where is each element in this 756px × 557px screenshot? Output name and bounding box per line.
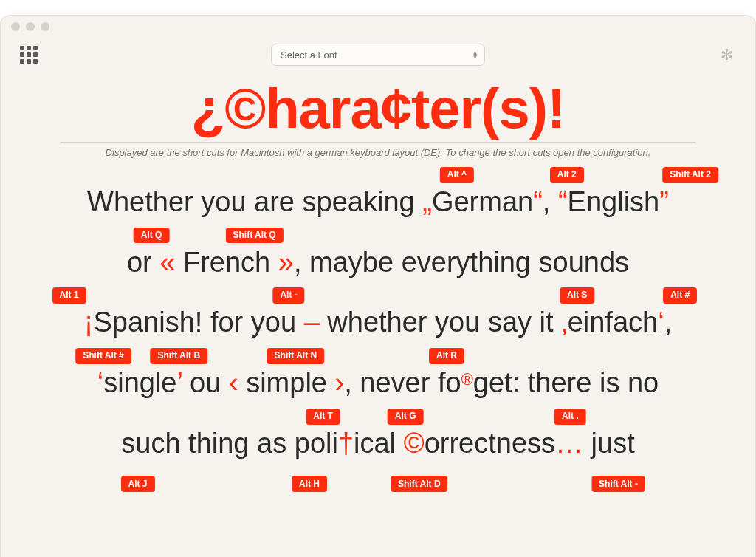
shortcut-badge: Alt G (388, 409, 424, 425)
subtitle: Displayed are the short cuts for Macinto… (1, 147, 755, 158)
content-body: Alt ^ Alt 2 Shift Alt 2 Whether you are … (1, 186, 755, 493)
bottom-badge-row: Alt J Alt H Shift Alt D Shift Alt - (35, 476, 721, 493)
text-line-4: Shift Alt # Shift Alt B Shift Alt N Alt … (35, 367, 721, 400)
shortcut-badge: Shift Alt B (151, 348, 208, 364)
shortcut-badge: Alt # (663, 287, 697, 304)
page-title: ¿©hara¢ter(s)! (1, 76, 755, 140)
font-select-dropdown[interactable]: Select a Font ▴▾ (271, 44, 485, 66)
text-line-2: Alt Q Shift Alt Q or « French », maybe e… (35, 247, 721, 279)
shortcut-badge: Alt ^ (440, 167, 474, 183)
configuration-link[interactable]: configuration (593, 147, 647, 158)
shortcut-badge: Alt 2 (550, 167, 584, 183)
shortcut-badge: Alt Q (134, 228, 170, 244)
shortcut-badge: Shift Alt D (391, 476, 448, 492)
text-line-1: Alt ^ Alt 2 Shift Alt 2 Whether you are … (35, 186, 721, 219)
shortcut-badge: Alt R (429, 348, 464, 364)
toolbar: Select a Font ▴▾ ✻ (1, 38, 755, 72)
text-line-5: Alt T Alt G Alt . such thing as poli†ica… (35, 428, 721, 460)
shortcut-badge: Shift Alt N (267, 348, 325, 364)
shortcut-badge: Shift Alt - (591, 476, 645, 492)
shortcut-badge: Alt S (560, 287, 594, 304)
app-window: Select a Font ▴▾ ✻ ¿©hara¢ter(s)! Displa… (0, 15, 756, 557)
shortcut-badge: Alt . (554, 409, 586, 425)
text-line-3: Alt 1 Alt - Alt S Alt # ¡Spanish! for yo… (35, 307, 721, 339)
font-select-placeholder: Select a Font (281, 49, 337, 61)
window-titlebar (1, 16, 755, 38)
subtitle-suffix: . (648, 147, 651, 158)
shortcut-badge: Alt - (272, 287, 304, 304)
shortcut-badge: Alt J (120, 476, 154, 492)
apps-grid-icon[interactable] (20, 46, 38, 64)
shortcut-badge: Alt 1 (52, 287, 86, 304)
shortcut-badge: Alt T (306, 409, 340, 425)
close-icon[interactable] (11, 22, 20, 31)
stepper-icon: ▴▾ (473, 50, 477, 59)
shortcut-badge: Shift Alt 2 (662, 167, 718, 183)
shortcut-badge: Shift Alt Q (225, 228, 283, 244)
shortcut-badge: Shift Alt # (75, 348, 131, 364)
divider (60, 142, 696, 143)
zoom-icon[interactable] (41, 22, 49, 31)
minimize-icon[interactable] (26, 22, 35, 31)
gear-icon[interactable]: ✻ (721, 46, 733, 64)
shortcut-badge: Alt H (292, 476, 327, 492)
subtitle-text: Displayed are the short cuts for Macinto… (106, 147, 594, 158)
